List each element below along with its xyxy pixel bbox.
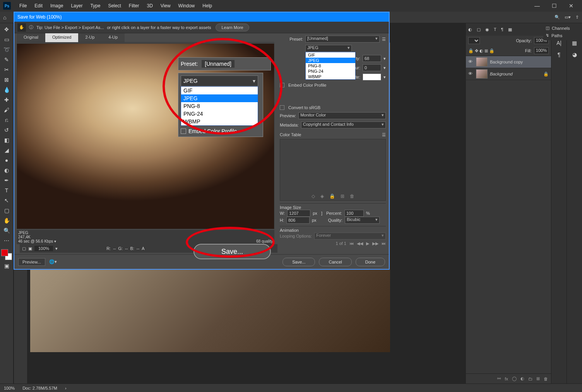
path-select-tool[interactable]: ↖ xyxy=(2,196,11,205)
last-frame-icon[interactable]: ⏭ xyxy=(382,241,386,246)
visibility-icon[interactable]: 👁 xyxy=(468,71,474,77)
more-tools[interactable]: ⋯ xyxy=(2,236,11,245)
menu-file[interactable]: File xyxy=(15,3,31,9)
crop-tool[interactable]: ✂ xyxy=(2,65,11,74)
menu-layer[interactable]: Layer xyxy=(67,3,86,9)
preset-menu-icon[interactable]: ☰ xyxy=(382,37,386,42)
done-button[interactable]: Done xyxy=(356,258,385,266)
paths-icon[interactable]: ↯ xyxy=(546,33,549,38)
layer-blend-mode[interactable] xyxy=(468,37,480,44)
channels-icon[interactable]: ◫ xyxy=(546,26,549,31)
format-option-wbmp[interactable]: WBMP xyxy=(306,74,355,79)
menu-3d[interactable]: 3D xyxy=(143,3,156,9)
color-table-menu-icon[interactable]: ☰ xyxy=(382,132,386,137)
folder-icon[interactable]: 🗀 xyxy=(528,377,532,381)
preview-button[interactable]: Preview... xyxy=(18,258,45,266)
menu-select[interactable]: Select xyxy=(104,3,125,9)
menu-edit[interactable]: Edit xyxy=(31,3,46,9)
save-button[interactable]: Save... xyxy=(282,258,315,266)
share-icon[interactable]: ⇪ xyxy=(575,15,579,20)
channels-tab[interactable]: Channels xyxy=(552,26,570,31)
learn-more-button[interactable]: Learn More xyxy=(216,24,249,31)
gradient-tool[interactable]: ◢ xyxy=(2,146,11,154)
percent-input[interactable] xyxy=(344,210,364,217)
browser-icon[interactable]: 🌐▾ xyxy=(49,259,57,264)
hand-icon[interactable]: ✋ xyxy=(17,23,26,32)
paragraph-icon[interactable]: ¶ xyxy=(501,27,503,32)
move-tool[interactable]: ✥ xyxy=(2,25,11,34)
prev-frame-icon[interactable]: ◀◀ xyxy=(357,241,363,246)
resample-select[interactable]: Bicubic xyxy=(345,217,380,224)
ct-icon-5[interactable]: 🗑 xyxy=(350,193,354,199)
blur-tool[interactable]: ● xyxy=(2,156,11,164)
tab-original[interactable]: Original xyxy=(17,33,45,42)
home-icon[interactable]: ⌂ xyxy=(3,14,6,21)
layer-row[interactable]: 👁 Background copy xyxy=(466,56,551,68)
layer-row[interactable]: 👁 Background 🔒 xyxy=(466,68,551,80)
effects-icon[interactable]: ◉ xyxy=(485,27,489,32)
height-input[interactable] xyxy=(286,217,310,224)
slice-toggle-icon[interactable]: ▢ xyxy=(22,246,26,251)
close-button[interactable]: ✕ xyxy=(563,1,579,10)
adjustment-add-icon[interactable]: ◐ xyxy=(520,376,524,381)
frame-tool[interactable]: ⊠ xyxy=(2,75,11,84)
convert-srgb-checkbox[interactable] xyxy=(280,105,284,110)
foreground-color-swatch[interactable] xyxy=(1,249,8,256)
menu-filter[interactable]: Filter xyxy=(125,3,143,9)
format-option-png24[interactable]: PNG-24 xyxy=(306,68,355,74)
search-icon[interactable]: 🔍 xyxy=(555,15,560,20)
zoom-tool[interactable]: 🔍 xyxy=(2,226,11,235)
tab-4up[interactable]: 4-Up xyxy=(101,33,125,42)
ct-icon-2[interactable]: ◈ xyxy=(320,193,324,199)
tab-optimized[interactable]: Optimized xyxy=(45,33,79,42)
new-layer-icon[interactable]: ⊞ xyxy=(536,376,540,381)
heal-tool[interactable]: ✚ xyxy=(2,95,11,104)
eyedropper-tool[interactable]: 💧 xyxy=(2,85,11,94)
more-icon[interactable]: ▦ xyxy=(508,27,512,32)
menu-image[interactable]: Image xyxy=(46,3,67,9)
menu-view[interactable]: View xyxy=(157,3,175,9)
width-input[interactable] xyxy=(287,210,310,217)
ct-icon-3[interactable]: 🔒 xyxy=(329,193,335,199)
fx-icon[interactable]: fx xyxy=(505,377,508,381)
next-frame-icon[interactable]: ▶▶ xyxy=(372,241,378,246)
quality-input[interactable] xyxy=(363,55,381,62)
matte-swatch[interactable] xyxy=(363,74,381,80)
brush-icon[interactable]: ◕ xyxy=(570,50,579,59)
workspace-icon[interactable]: ▭▾ xyxy=(565,15,571,20)
brush-tool[interactable]: 🖌 xyxy=(2,105,11,114)
format-option-gif[interactable]: GIF xyxy=(306,52,355,58)
trash-icon[interactable]: 🗑 xyxy=(544,377,548,381)
zoom-value[interactable]: 100% xyxy=(34,246,53,251)
fill-value[interactable]: 100% xyxy=(534,47,549,54)
lock-icons[interactable]: 🔒 ✥ ◐ ⊞ 🔒 xyxy=(468,48,495,53)
marquee-tool[interactable]: ▭ xyxy=(2,35,11,44)
ct-icon-4[interactable]: ⊞ xyxy=(341,193,344,199)
cancel-button[interactable]: Cancel xyxy=(319,258,351,266)
format-dropdown[interactable]: GIF JPEG PNG-8 PNG-24 WBMP xyxy=(305,52,356,80)
color-swatches[interactable] xyxy=(1,249,12,260)
adjustment-icon[interactable]: ◐ xyxy=(468,27,472,32)
preview-canvas[interactable] xyxy=(17,43,274,229)
play-icon[interactable]: ▶ xyxy=(366,241,369,246)
tab-2up[interactable]: 2-Up xyxy=(78,33,101,42)
mask-add-icon[interactable]: ◯ xyxy=(512,376,517,381)
embed-profile-checkbox[interactable] xyxy=(280,83,284,87)
history-brush-tool[interactable]: ↺ xyxy=(2,125,11,134)
maximize-button[interactable]: ☐ xyxy=(546,1,562,10)
paths-tab[interactable]: Paths xyxy=(551,33,562,38)
format-select[interactable]: JPEG xyxy=(305,45,352,52)
menu-help[interactable]: Help xyxy=(199,3,216,9)
format-option-jpeg[interactable]: JPEG xyxy=(306,58,355,63)
mask-icon[interactable]: ▢ xyxy=(477,27,481,32)
status-chevron[interactable]: › xyxy=(65,386,67,390)
hand-tool[interactable]: ✋ xyxy=(2,216,11,225)
quick-select-tool[interactable]: ✎ xyxy=(2,55,11,64)
format-option-png8[interactable]: PNG-8 xyxy=(306,63,355,68)
type-icon[interactable]: T xyxy=(494,27,496,32)
minimize-button[interactable]: — xyxy=(529,1,545,10)
lasso-tool[interactable]: ➰ xyxy=(2,45,11,54)
menu-window[interactable]: Window xyxy=(175,3,199,9)
pen-tool[interactable]: ✒ xyxy=(2,176,11,185)
preset-select[interactable]: [Unnamed] xyxy=(305,36,380,43)
